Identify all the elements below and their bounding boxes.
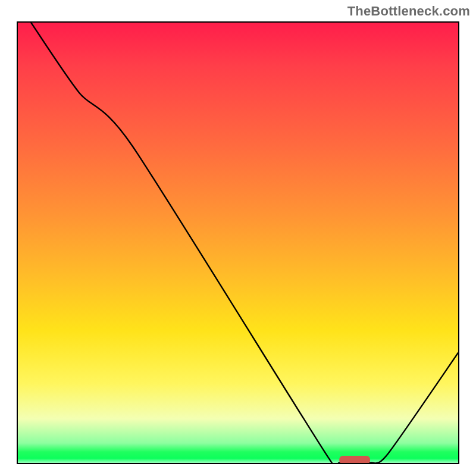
source-attribution-link[interactable]: TheBottleneck.com <box>347 4 470 19</box>
bottleneck-curve <box>31 23 458 463</box>
plot-area <box>17 21 459 464</box>
optimal-range-marker <box>339 456 370 463</box>
chart-container: TheBottleneck.com <box>0 0 476 476</box>
chart-svg <box>18 23 458 463</box>
